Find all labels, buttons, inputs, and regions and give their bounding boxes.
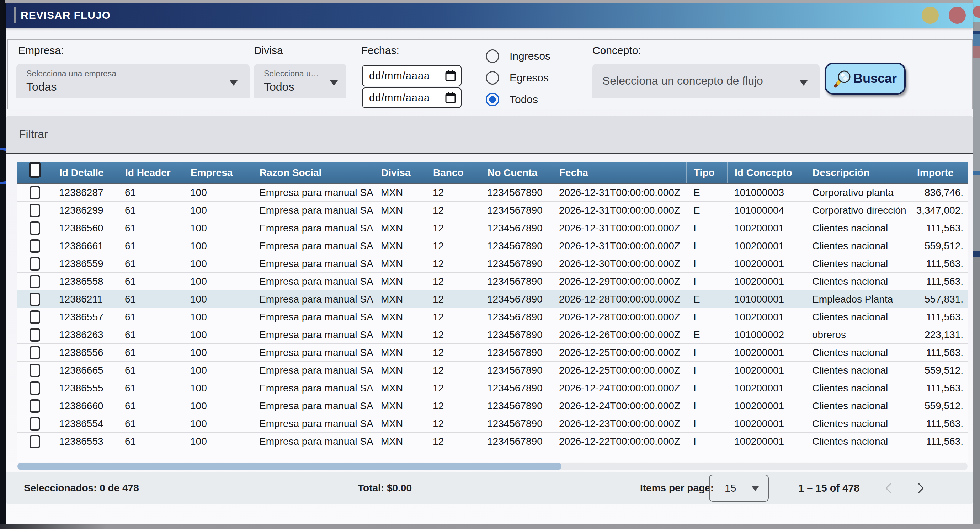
table-row[interactable]: 12386299 61 100 Empresa para manual SA M… <box>18 202 967 219</box>
cell-divisa: MXN <box>374 311 426 323</box>
row-checkbox[interactable] <box>30 275 40 288</box>
column-header-id-header[interactable]: Id Header <box>118 162 183 183</box>
items-per-page-select[interactable]: 15 <box>709 475 769 502</box>
radio-icon[interactable] <box>486 49 499 63</box>
table-row[interactable]: 12386661 61 100 Empresa para manual SA M… <box>18 237 967 255</box>
calendar-icon[interactable] <box>445 92 456 103</box>
radio-label: Todos <box>509 94 538 106</box>
column-header-descripcion[interactable]: Descripción <box>805 162 910 183</box>
row-checkbox[interactable] <box>30 204 40 217</box>
table-row[interactable]: 12386211 61 100 Empresa para manual SA M… <box>18 291 967 308</box>
total-text: Total: $0.00 <box>358 472 412 504</box>
concepto-select[interactable]: Selecciona un concepto de flujo <box>592 64 819 98</box>
cell-importe: 559,512. <box>910 240 967 252</box>
row-checkbox-cell <box>18 399 52 413</box>
cell-id-concepto: 100200001 <box>727 400 805 412</box>
cell-id-header: 61 <box>118 418 183 429</box>
date-from-input[interactable]: dd/mm/aaaa <box>362 65 461 86</box>
column-header-empresa[interactable]: Empresa <box>183 162 252 183</box>
row-checkbox[interactable] <box>30 328 40 342</box>
table-row[interactable]: 12386560 61 100 Empresa para manual SA M… <box>18 219 967 237</box>
radio-icon[interactable] <box>486 93 499 106</box>
table-row[interactable]: 12386553 61 100 Empresa para manual SA M… <box>18 433 967 450</box>
cell-empresa: 100 <box>183 294 252 305</box>
cell-no-cuenta: 1234567890 <box>480 418 552 429</box>
cell-descripcion: Clientes nacional <box>805 222 910 234</box>
row-checkbox[interactable] <box>30 239 40 253</box>
column-header-fecha[interactable]: Fecha <box>552 162 686 183</box>
table-footer: Seleccionados: 0 de 478 Total: $0.00 Ite… <box>6 472 973 504</box>
date-to-input[interactable]: dd/mm/aaaa <box>362 87 461 108</box>
table-row[interactable]: 12386557 61 100 Empresa para manual SA M… <box>18 308 967 326</box>
table-row[interactable]: 12386287 61 100 Empresa para manual SA M… <box>18 184 967 202</box>
buscar-button[interactable]: Buscar <box>825 63 906 95</box>
cell-tipo: E <box>686 205 727 216</box>
row-checkbox[interactable] <box>30 310 40 324</box>
column-header-id-concepto[interactable]: Id Concepto <box>727 162 805 183</box>
table-header-row: Id Detalle Id Header Empresa Razon Socia… <box>18 162 967 184</box>
horizontal-scrollbar-thumb[interactable] <box>18 462 562 470</box>
cell-banco: 12 <box>426 276 480 287</box>
row-checkbox[interactable] <box>30 399 40 413</box>
column-header-importe[interactable]: Importe <box>910 162 967 183</box>
cell-descripcion: Corporativo planta <box>805 187 910 199</box>
select-all-checkbox[interactable] <box>29 162 41 178</box>
tipo-radio-option[interactable]: Egresos <box>486 71 550 85</box>
cell-empresa: 100 <box>183 436 252 447</box>
cell-importe: 111,563. <box>910 258 967 270</box>
cell-empresa: 100 <box>183 276 252 287</box>
column-header-no-cuenta[interactable]: No Cuenta <box>480 162 552 183</box>
cell-id-detalle: 12386555 <box>52 383 118 394</box>
column-header-razon-social[interactable]: Razon Social <box>252 162 374 183</box>
next-page-button[interactable] <box>914 483 924 493</box>
cell-fecha: 2026-12-28T00:00:00.000Z <box>552 294 686 305</box>
row-checkbox[interactable] <box>30 364 40 377</box>
table-row[interactable]: 12386263 61 100 Empresa para manual SA M… <box>18 326 967 344</box>
cell-tipo: E <box>686 329 727 341</box>
cell-divisa: MXN <box>374 436 426 447</box>
row-checkbox[interactable] <box>30 186 40 199</box>
table-row[interactable]: 12386665 61 100 Empresa para manual SA M… <box>18 362 967 379</box>
row-checkbox[interactable] <box>30 292 40 306</box>
cell-divisa: MXN <box>374 258 426 270</box>
row-checkbox[interactable] <box>30 221 40 235</box>
cell-razon-social: Empresa para manual SA <box>252 205 374 216</box>
table-row[interactable]: 12386558 61 100 Empresa para manual SA M… <box>18 273 967 291</box>
tipo-radio-option[interactable]: Todos <box>486 92 550 106</box>
horizontal-scrollbar[interactable] <box>18 462 967 470</box>
column-header-banco[interactable]: Banco <box>426 162 480 183</box>
cell-banco: 12 <box>426 258 480 270</box>
divisa-select[interactable]: Selecciona u… Todos <box>254 64 346 98</box>
cell-fecha: 2026-12-24T00:00:00.000Z <box>552 383 686 394</box>
column-header-divisa[interactable]: Divisa <box>374 162 426 183</box>
cell-no-cuenta: 1234567890 <box>480 276 552 287</box>
table-row[interactable]: 12386556 61 100 Empresa para manual SA M… <box>18 344 967 362</box>
row-checkbox[interactable] <box>30 257 40 270</box>
titlebar-circle-yellow[interactable] <box>922 7 939 24</box>
row-checkbox[interactable] <box>30 346 40 359</box>
row-checkbox-cell <box>18 292 52 306</box>
cell-empresa: 100 <box>183 240 252 252</box>
table-row[interactable]: 12386554 61 100 Empresa para manual SA M… <box>18 415 967 433</box>
table-row[interactable]: 12386559 61 100 Empresa para manual SA M… <box>18 255 967 273</box>
calendar-icon[interactable] <box>445 70 456 81</box>
column-header-id-detalle[interactable]: Id Detalle <box>52 162 118 183</box>
row-checkbox[interactable] <box>30 435 40 448</box>
row-checkbox[interactable] <box>30 417 40 431</box>
row-checkbox-cell <box>18 346 52 359</box>
titlebar-circle-red[interactable] <box>949 7 966 24</box>
previous-page-button[interactable] <box>885 483 896 493</box>
row-checkbox-cell <box>18 328 52 342</box>
radio-icon[interactable] <box>486 71 499 84</box>
filtrar-input[interactable]: Filtrar <box>6 116 973 154</box>
empresa-select[interactable]: Selecciona una empresa Todas <box>16 64 250 98</box>
filters-panel: Empresa: Selecciona una empresa Todas Di… <box>8 40 972 110</box>
cell-id-header: 61 <box>118 294 183 305</box>
table-body: 12386287 61 100 Empresa para manual SA M… <box>18 184 967 450</box>
column-header-tipo[interactable]: Tipo <box>686 162 727 183</box>
row-checkbox[interactable] <box>30 381 40 395</box>
table-row[interactable]: 12386660 61 100 Empresa para manual SA M… <box>18 397 967 415</box>
tipo-radio-option[interactable]: Ingresos <box>486 49 550 63</box>
row-checkbox-cell <box>18 239 52 253</box>
table-row[interactable]: 12386555 61 100 Empresa para manual SA M… <box>18 379 967 397</box>
